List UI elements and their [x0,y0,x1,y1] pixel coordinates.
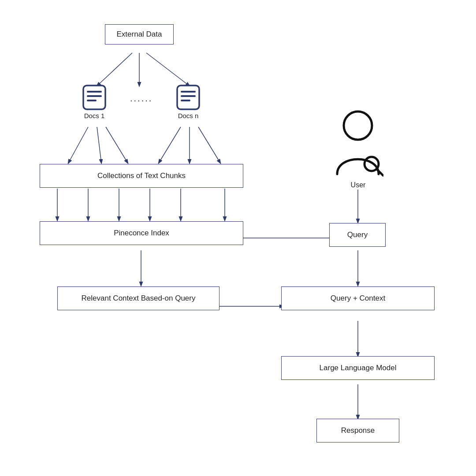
svg-rect-28 [181,95,196,97]
svg-rect-23 [87,91,102,93]
svg-rect-29 [181,100,190,101]
response-label: Response [341,426,375,435]
docs1-icon: Docs 1 [81,84,108,119]
svg-rect-22 [83,86,105,109]
svg-rect-25 [87,100,97,101]
svg-rect-26 [177,86,199,109]
dots-label: ...... [130,93,152,104]
user-label: User [351,181,366,189]
docsn-icon: Docs n [175,84,202,119]
pinecone-box: Pineconce Index [40,221,243,245]
relevant-context-box: Relevant Context Based-on Query [57,286,219,310]
response-box: Response [316,419,399,443]
pinecone-label: Pineconce Index [114,229,169,238]
svg-rect-24 [87,95,102,97]
svg-line-5 [106,127,128,163]
svg-line-6 [159,127,181,163]
relevant-context-label: Relevant Context Based-on Query [82,294,196,303]
external-data-box: External Data [105,24,174,45]
svg-rect-27 [181,91,196,93]
query-box: Query [329,223,386,247]
collections-box: Collections of Text Chunks [40,164,243,188]
svg-line-8 [198,127,220,163]
query-context-label: Query + Context [331,294,385,303]
llm-label: Large Language Model [320,364,397,372]
svg-line-3 [68,127,88,163]
svg-point-30 [344,112,372,140]
diagram: External Data Docs 1 ...... Docs n Colle… [0,0,476,476]
collections-label: Collections of Text Chunks [97,171,186,180]
query-box-label: Query [347,231,368,239]
docsn-label: Docs n [178,112,199,119]
svg-line-2 [146,53,190,86]
svg-line-0 [97,53,132,86]
docs1-label: Docs 1 [84,112,105,119]
svg-line-4 [97,127,101,163]
external-data-label: External Data [117,30,162,39]
user-icon: User [333,106,383,189]
llm-box: Large Language Model [281,356,435,380]
query-context-box: Query + Context [281,286,435,310]
